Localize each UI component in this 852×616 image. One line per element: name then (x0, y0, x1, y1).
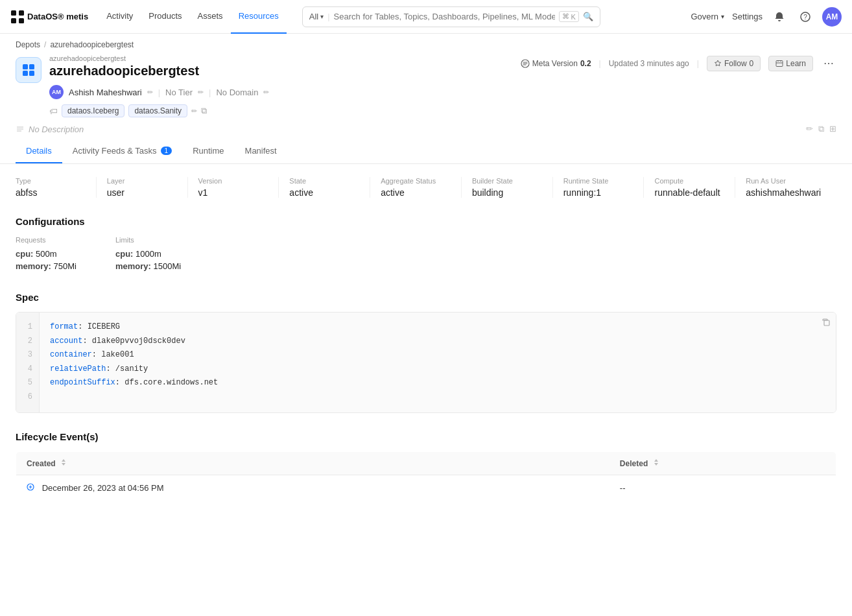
svg-rect-2 (11, 18, 16, 23)
tab-activity-feeds[interactable]: Activity Feeds & Tasks 1 (62, 139, 182, 163)
description-actions: ✏ ⧉ ⊞ (806, 124, 836, 134)
edit-tier-icon[interactable]: ✏ (198, 88, 204, 97)
user-avatar[interactable]: AM (822, 7, 842, 27)
svg-rect-7 (29, 64, 34, 69)
search-icon[interactable]: 🔍 (583, 12, 593, 21)
code-content: format: ICEBERG account: dlake0pvvoj0dsc… (40, 313, 836, 412)
tab-runtime[interactable]: Runtime (182, 139, 234, 163)
govern-button[interactable]: Govern ▾ (691, 12, 724, 21)
requests-cpu: cpu: 500m (16, 249, 77, 259)
svg-rect-1 (19, 10, 24, 16)
copy-description-icon[interactable]: ⊞ (829, 124, 836, 134)
copy-spec-button[interactable] (822, 318, 831, 329)
spec-code-container: 123456 format: ICEBERG account: dlake0pv… (16, 312, 836, 413)
prop-state: State active (289, 177, 370, 198)
prop-runtime-state: Runtime State running:1 (563, 177, 645, 198)
edit-description-icon[interactable]: ✏ (806, 124, 813, 134)
help-button[interactable]: ? (796, 8, 814, 26)
nav-assets[interactable]: Assets (190, 0, 231, 34)
table-row: December 26, 2023 at 04:56 PM -- (16, 475, 836, 501)
lifecycle-section: Lifecycle Event(s) Created Deleted (16, 431, 836, 501)
meta-version: Meta Version 0.2 (521, 59, 591, 68)
limits-cpu: cpu: 1000m (115, 249, 181, 259)
svg-rect-6 (23, 64, 28, 69)
tag-icon: 🏷 (49, 106, 58, 116)
activity-feeds-badge: 1 (161, 147, 172, 155)
tags-expand-icon[interactable]: ⧉ (201, 106, 207, 116)
meta-user-name: Ashish Maheshwari (69, 88, 142, 97)
svg-rect-8 (23, 71, 28, 76)
tab-details[interactable]: Details (16, 139, 62, 163)
learn-button[interactable]: Learn (768, 56, 813, 71)
tabs-bar: Details Activity Feeds & Tasks 1 Runtime… (0, 139, 852, 164)
prop-version: Version v1 (198, 177, 279, 198)
page-header: azurehadoopicebergtest azurehadoopiceber… (0, 49, 852, 117)
properties-grid: Type abfss Layer user Version v1 State a… (16, 177, 836, 198)
svg-rect-3 (19, 18, 24, 23)
svg-rect-9 (29, 71, 34, 76)
tag-row: 🏷 dataos.Iceberg dataos.Sanity ✏ ⧉ (49, 104, 269, 117)
spec-section: Spec 123456 format: ICEBERG account: dla… (16, 292, 836, 413)
breadcrumb-resource[interactable]: azurehadoopicebergtest (50, 40, 134, 49)
search-dropdown-all[interactable]: All ▾ (309, 12, 324, 21)
nav-resources[interactable]: Resources (231, 0, 287, 34)
breadcrumb-depots[interactable]: Depots (16, 40, 40, 49)
prop-compute: Compute runnable-default (654, 177, 735, 198)
meta-divider-1: | (158, 88, 160, 97)
tag-sanity[interactable]: dataos.Sanity (128, 104, 187, 117)
main-content: Type abfss Layer user Version v1 State a… (0, 164, 852, 514)
prop-type: Type abfss (16, 177, 97, 198)
nav-products[interactable]: Products (141, 0, 189, 34)
chevron-down-icon: ▾ (721, 13, 724, 20)
search-bar[interactable]: All ▾ | ⌘K 🔍 (302, 6, 600, 27)
search-input[interactable] (334, 12, 556, 21)
sort-deleted-icon[interactable] (653, 458, 659, 466)
edit-user-icon[interactable]: ✏ (147, 88, 153, 97)
lifecycle-col-created[interactable]: Created (16, 451, 609, 475)
meta-domain: No Domain (216, 88, 258, 97)
resource-subtitle: azurehadoopicebergtest (49, 54, 269, 62)
nav-right: Govern ▾ Settings ? AM (691, 7, 842, 27)
svg-rect-11 (776, 60, 783, 66)
edit-domain-icon[interactable]: ✏ (263, 88, 269, 97)
tab-manifest[interactable]: Manifest (235, 139, 287, 163)
follow-button[interactable]: Follow 0 (707, 56, 761, 71)
lifecycle-deleted-cell: -- (609, 475, 836, 501)
header-meta: AM Ashish Maheshwari ✏ | No Tier ✏ | No … (49, 85, 269, 99)
top-navigation: DataOS® metis Activity Products Assets R… (0, 0, 852, 34)
nav-activity[interactable]: Activity (99, 0, 141, 34)
description-row: No Description ✏ ⧉ ⊞ (0, 117, 852, 137)
line-numbers: 123456 (16, 313, 40, 412)
spec-title: Spec (16, 292, 836, 303)
config-requests: Requests cpu: 500m memory: 750Mi (16, 236, 77, 274)
brand-logo[interactable]: DataOS® metis (10, 10, 88, 24)
user-meta-avatar: AM (49, 85, 64, 99)
breadcrumb: Depots / azurehadoopicebergtest (0, 34, 852, 49)
lifecycle-col-deleted[interactable]: Deleted (609, 451, 836, 475)
nav-links: Activity Products Assets Resources (99, 0, 287, 34)
description-text: No Description (16, 124, 84, 134)
resource-icon (16, 57, 41, 83)
fullscreen-icon[interactable]: ⧉ (818, 124, 824, 134)
header-right: Meta Version 0.2 | Updated 3 minutes ago… (521, 54, 836, 72)
notifications-button[interactable] (770, 8, 788, 26)
sort-created-icon[interactable] (60, 458, 67, 466)
meta-tier: No Tier (165, 88, 193, 97)
lifecycle-table: Created Deleted (16, 451, 836, 501)
edit-tags-icon[interactable]: ✏ (191, 107, 197, 115)
tag-iceberg[interactable]: dataos.Iceberg (62, 104, 124, 117)
settings-button[interactable]: Settings (732, 12, 763, 21)
lifecycle-created-cell: December 26, 2023 at 04:56 PM (16, 475, 609, 501)
add-row-button[interactable] (27, 483, 34, 491)
svg-rect-0 (11, 10, 16, 16)
separator: | (599, 59, 601, 68)
page-title: azurehadoopicebergtest (49, 64, 269, 78)
header-left: azurehadoopicebergtest azurehadoopiceber… (16, 54, 269, 117)
prop-run-as-user: Run As User ashishmaheshwari (746, 177, 826, 198)
header-info: azurehadoopicebergtest azurehadoopiceber… (49, 54, 269, 117)
more-options-button[interactable]: ⋯ (821, 54, 836, 72)
lifecycle-title: Lifecycle Event(s) (16, 431, 836, 442)
prop-aggregate-status: Aggregate Status active (381, 177, 462, 198)
config-limits: Limits cpu: 1000m memory: 1500Mi (115, 236, 181, 274)
svg-rect-15 (824, 320, 829, 326)
